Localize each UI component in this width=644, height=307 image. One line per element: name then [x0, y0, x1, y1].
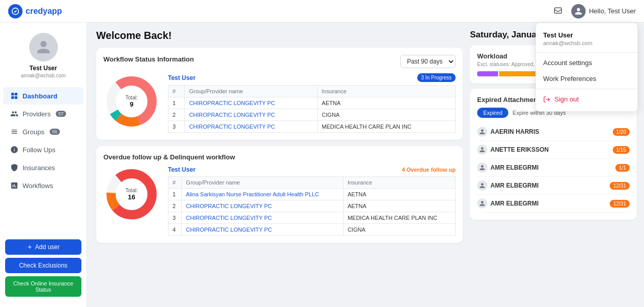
workflows-icon: [10, 181, 18, 190]
providers-icon: [10, 110, 18, 118]
svg-rect-4: [11, 96, 14, 99]
table-row: 3CHIROPRACTIC LONGEVITY PCMEDICA HEALTH …: [168, 212, 456, 224]
sidebar-avatar-icon: [29, 33, 58, 62]
workflow-user-name: Test User: [168, 74, 196, 81]
row-insurance: CIGNA: [343, 224, 455, 236]
sidebar-item-dashboard[interactable]: Dashboard: [3, 87, 83, 105]
row-name: CHIROPRACTIC LONGEVITY PC: [182, 200, 344, 212]
dashboard-icon: [10, 92, 18, 100]
patient-badge: 12/31: [610, 200, 630, 208]
user-avatar: [571, 4, 586, 18]
followups-label: Follow Ups: [23, 146, 55, 154]
add-user-label: Add user: [35, 243, 59, 251]
row-name: CHIROPRACTIC LONGEVITY PC: [185, 109, 317, 121]
check-exclusions-button[interactable]: Check Exclusions: [5, 258, 81, 273]
work-preferences-item[interactable]: Work Preferences: [536, 71, 637, 87]
patient-row: ANETTE ERIKSSON 1/15: [477, 141, 630, 159]
table-row: 4CHIROPRACTIC LONGEVITY PCCIGNA: [168, 224, 456, 236]
account-settings-label: Account settings: [543, 59, 592, 67]
person-icon: [479, 200, 485, 207]
groups-icon: [10, 128, 18, 136]
sidebar-item-workflows[interactable]: Workflows: [3, 177, 83, 194]
patient-icon: [477, 127, 487, 137]
patient-icon: [477, 145, 487, 155]
col-num: #: [168, 86, 185, 97]
patient-name: ANETTE ERIKSSON: [490, 146, 549, 153]
workflow-donut: Total: 9: [103, 73, 160, 130]
sign-out-item[interactable]: Sign out: [536, 91, 637, 107]
sidebar-item-groups[interactable]: Groups 55: [3, 123, 83, 140]
logo-icon: [8, 4, 23, 18]
patient-left: AMR ELBEGRMI: [477, 180, 539, 191]
overdue-body: Total: 16 Test User 4 Overdue follow up …: [103, 166, 456, 236]
patient-left: AMR ELBEGRMI: [477, 198, 539, 209]
person-icon: [479, 147, 485, 153]
expired-button[interactable]: Expired: [477, 108, 508, 118]
row-name: CHIROPRACTIC LONGEVITY PC: [185, 121, 317, 133]
patient-icon: [477, 180, 487, 191]
work-preferences-label: Work Preferences: [543, 75, 596, 83]
add-user-button[interactable]: Add user: [5, 239, 81, 255]
row-insurance: AETNA: [343, 189, 455, 200]
row-name: Alina Sarkisyan Nurse Practitioner Adult…: [182, 189, 344, 200]
patient-row: AMR ELBEGRMI 12/31: [477, 195, 630, 213]
sign-out-label: Sign out: [554, 95, 579, 103]
col-insurance-od: Insurance: [343, 177, 455, 189]
dropdown-divider-2: [536, 89, 637, 89]
svg-rect-5: [15, 96, 17, 99]
providers-badge: 57: [56, 111, 66, 117]
patient-badge: 1/20: [613, 128, 630, 136]
logo-text: credyapp: [26, 7, 62, 16]
row-insurance: MEDICA HEALTH CARE PLAN INC: [343, 212, 455, 224]
followups-icon: [10, 146, 18, 154]
patient-name: AMR ELBEGRMI: [490, 182, 539, 189]
row-num: 4: [168, 224, 182, 236]
person-icon: [479, 129, 485, 135]
check-exclusions-label: Check Exclusions: [19, 262, 68, 269]
groups-label: Groups: [23, 128, 45, 136]
patient-left: ANETTE ERIKSSON: [477, 145, 549, 155]
donut-total-value: 9: [125, 100, 138, 108]
table-row: 2CHIROPRACTIC LONGEVITY PCCIGNA: [168, 109, 456, 121]
dropdown-divider: [536, 52, 637, 53]
check-online-label: Check Online Insurance Status: [13, 280, 73, 293]
patient-row: AAERIN HARRIS 1/20: [477, 123, 630, 141]
overdue-user-name: Test User: [168, 166, 196, 173]
sidebar-username: Test User: [30, 65, 57, 72]
check-online-button[interactable]: Check Online Insurance Status: [5, 276, 81, 297]
overdue-user-row: Test User 4 Overdue follow up: [168, 166, 456, 173]
groups-badge: 55: [50, 129, 60, 135]
patient-row: AMR ELBEGRMI 1/1: [477, 159, 630, 177]
sidebar-item-followups[interactable]: Follow Ups: [3, 141, 83, 158]
table-header-row: # Group/Provider name Insurance: [168, 86, 456, 97]
patient-left: AMR ELBEGRMI: [477, 162, 539, 173]
logo: credyapp: [8, 4, 62, 18]
sidebar-item-insurances[interactable]: Insurances: [3, 159, 83, 176]
svg-rect-3: [15, 93, 17, 95]
patient-list: AAERIN HARRIS 1/20 ANETTE ERIKSSON 1/15 …: [477, 123, 630, 213]
person-icon: [479, 182, 485, 189]
main-content: Welcome Back! Workflow Status Informatio…: [87, 23, 470, 307]
account-settings-item[interactable]: Account settings: [536, 55, 637, 71]
overdue-table-area: Test User 4 Overdue follow up # Group/Pr…: [168, 166, 456, 236]
welcome-title: Welcome Back!: [96, 30, 463, 42]
overdue-total-value: 16: [125, 193, 138, 201]
user-menu-button[interactable]: Hello, Test User: [571, 4, 636, 18]
sidebar-item-providers[interactable]: Providers 57: [3, 105, 83, 122]
table-row: 3CHIROPRACTIC LONGEVITY PCMEDICA HEALTH …: [168, 121, 456, 133]
add-user-icon: [27, 244, 33, 250]
row-insurance: MEDICA HEALTH CARE PLAN INC: [317, 121, 455, 133]
notification-icon[interactable]: [551, 4, 565, 18]
row-num: 1: [168, 97, 185, 109]
row-insurance: AETNA: [343, 200, 455, 212]
workflows-label: Workflows: [23, 182, 53, 190]
in-progress-badge: 3 In Progress: [417, 73, 456, 82]
period-select[interactable]: Past 90 days: [400, 55, 456, 68]
patient-icon: [477, 198, 487, 209]
workload-bar-segment: [477, 71, 498, 76]
row-num: 3: [168, 212, 182, 224]
col-provider-od: Group/Provider name: [182, 177, 344, 189]
topnav-right: Hello, Test User: [551, 4, 636, 18]
workflow-table: # Group/Provider name Insurance 1CHIROPR…: [168, 85, 456, 133]
patient-badge: 1/1: [615, 164, 630, 172]
